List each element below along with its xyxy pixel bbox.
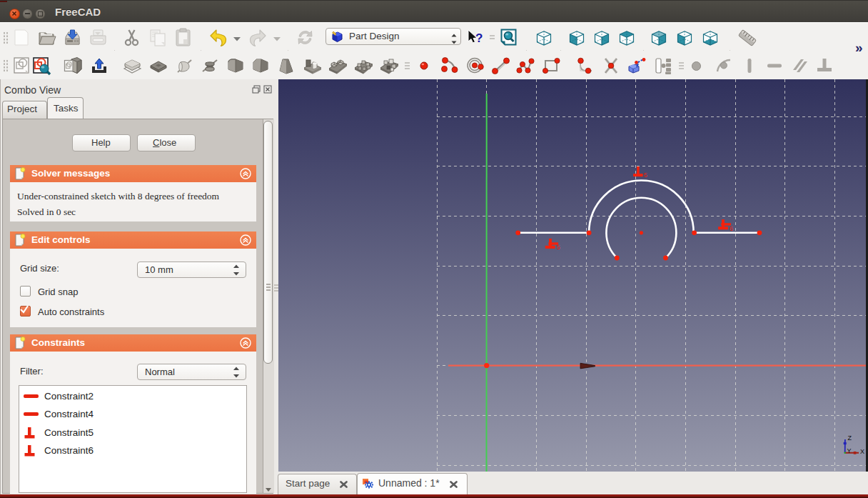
- svg-text:Z: Z: [848, 434, 852, 442]
- svg-text:Y: Y: [847, 447, 852, 454]
- svg-text:6: 6: [730, 225, 733, 232]
- svg-text:?: ?: [475, 31, 483, 45]
- svg-text:5: 5: [557, 244, 560, 251]
- svg-text:5: 5: [644, 171, 647, 179]
- svg-text:X: X: [860, 448, 864, 455]
